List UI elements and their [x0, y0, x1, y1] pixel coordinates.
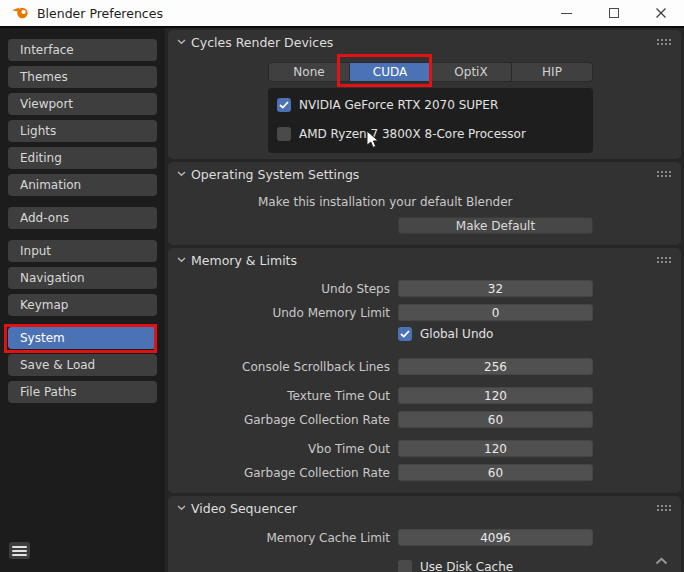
undo-memory-limit-row: Undo Memory Limit 0	[168, 304, 681, 321]
device-label: AMD Ryzen 7 3800X 8-Core Processor	[299, 127, 526, 141]
panel-grip-icon[interactable]	[657, 257, 672, 264]
panel-grip-icon[interactable]	[657, 171, 672, 178]
global-undo-label: Global Undo	[420, 327, 493, 341]
maximize-icon	[609, 8, 619, 18]
global-undo-row: Global Undo	[398, 326, 681, 341]
sidebar-item-system[interactable]: System	[8, 327, 157, 349]
close-icon	[655, 7, 667, 19]
sidebar-item-file-paths[interactable]: File Paths	[8, 381, 157, 403]
vbo-gc-rate-field[interactable]: 60	[398, 464, 593, 481]
maximize-button[interactable]	[590, 0, 637, 26]
global-undo-checkbox[interactable]	[398, 327, 412, 341]
sidebar-item-themes[interactable]: Themes	[8, 66, 157, 88]
section-os-settings: Operating System Settings Make this inst…	[168, 162, 681, 245]
panel-grip-icon[interactable]	[657, 39, 672, 46]
texture-gc-rate-row: Garbage Collection Rate 60	[168, 411, 681, 428]
device-row-nvidia: NVIDIA GeForce RTX 2070 SUPER	[277, 95, 584, 115]
default-blender-description: Make this installation your default Blen…	[258, 195, 681, 209]
console-scrollback-row: Console Scrollback Lines 256	[168, 358, 681, 375]
device-list: NVIDIA GeForce RTX 2070 SUPER AMD Ryzen …	[268, 88, 593, 153]
tab-cuda[interactable]: CUDA	[350, 63, 430, 81]
undo-steps-row: Undo Steps 32	[168, 280, 681, 297]
amd-device-checkbox[interactable]	[277, 127, 291, 141]
field-label: Undo Steps	[168, 282, 390, 296]
field-label: Texture Time Out	[168, 389, 390, 403]
sidebar-item-lights[interactable]: Lights	[8, 120, 157, 142]
undo-steps-field[interactable]: 32	[398, 280, 593, 297]
vbo-gc-rate-row: Garbage Collection Rate 60	[168, 464, 681, 481]
sidebar-item-input[interactable]: Input	[8, 240, 157, 262]
panel-grip-icon[interactable]	[657, 505, 672, 512]
titlebar: Blender Preferences	[0, 0, 684, 28]
sidebar-item-editing[interactable]: Editing	[8, 147, 157, 169]
device-label: NVIDIA GeForce RTX 2070 SUPER	[299, 98, 498, 112]
use-disk-cache-row: Use Disk Cache	[398, 559, 681, 572]
device-row-amd: AMD Ryzen 7 3800X 8-Core Processor	[277, 124, 584, 144]
minimize-icon	[561, 13, 572, 14]
texture-timeout-row: Texture Time Out 120	[168, 387, 681, 404]
window-controls	[543, 0, 684, 26]
sidebar-item-addons[interactable]: Add-ons	[8, 207, 157, 229]
section-cycles-render-devices: Cycles Render Devices None CUDA OptiX HI…	[168, 30, 681, 159]
check-icon	[400, 330, 410, 338]
make-default-button[interactable]: Make Default	[398, 217, 593, 234]
os-section-header[interactable]: Operating System Settings	[168, 162, 681, 186]
memory-cache-limit-field[interactable]: 4096	[398, 529, 593, 546]
blender-logo-icon	[11, 4, 29, 23]
sidebar-item-viewport[interactable]: Viewport	[8, 93, 157, 115]
preferences-menu-button[interactable]	[9, 542, 30, 559]
sidebar-item-animation[interactable]: Animation	[8, 174, 157, 196]
sidebar: Interface Themes Viewport Lights Editing…	[0, 28, 165, 572]
texture-gc-rate-field[interactable]: 60	[398, 411, 593, 428]
nvidia-device-checkbox[interactable]	[277, 98, 291, 112]
check-icon	[279, 101, 289, 109]
close-button[interactable]	[637, 0, 684, 26]
sidebar-item-interface[interactable]: Interface	[8, 39, 157, 61]
vbo-timeout-row: Vbo Time Out 120	[168, 440, 681, 457]
scroll-up-icon[interactable]	[655, 550, 668, 569]
field-label: Memory Cache Limit	[168, 531, 390, 545]
field-label: Garbage Collection Rate	[168, 413, 390, 427]
chevron-down-icon	[177, 505, 191, 511]
window-title: Blender Preferences	[37, 6, 163, 21]
use-disk-cache-label: Use Disk Cache	[420, 560, 513, 572]
device-type-tabs: None CUDA OptiX HIP	[268, 62, 593, 82]
field-label: Console Scrollback Lines	[168, 360, 390, 374]
section-title: Memory & Limits	[191, 253, 297, 268]
vbo-timeout-field[interactable]: 120	[398, 440, 593, 457]
cycles-section-header[interactable]: Cycles Render Devices	[168, 30, 681, 54]
tab-optix[interactable]: OptiX	[431, 63, 511, 81]
video-section-header[interactable]: Video Sequencer	[168, 496, 681, 520]
tab-none[interactable]: None	[269, 63, 349, 81]
section-video-sequencer: Video Sequencer Memory Cache Limit 4096 …	[168, 496, 681, 572]
memory-cache-limit-row: Memory Cache Limit 4096	[168, 529, 681, 546]
section-title: Operating System Settings	[191, 167, 359, 182]
section-title: Cycles Render Devices	[191, 35, 333, 50]
chevron-down-icon	[177, 257, 191, 263]
sidebar-item-save-load[interactable]: Save & Load	[8, 354, 157, 376]
field-label: Garbage Collection Rate	[168, 466, 390, 480]
field-label: Undo Memory Limit	[168, 306, 390, 320]
field-label: Vbo Time Out	[168, 442, 390, 456]
use-disk-cache-checkbox[interactable]	[398, 560, 412, 572]
undo-memory-limit-field[interactable]: 0	[398, 304, 593, 321]
tab-hip[interactable]: HIP	[512, 63, 592, 81]
memory-section-header[interactable]: Memory & Limits	[168, 248, 681, 272]
blender-preferences-window: Blender Preferences Interface Themes Vie…	[0, 0, 684, 572]
chevron-down-icon	[177, 171, 191, 177]
content-area: Interface Themes Viewport Lights Editing…	[0, 28, 684, 572]
console-scrollback-field[interactable]: 256	[398, 358, 593, 375]
section-memory-limits: Memory & Limits Undo Steps 32 Undo Memor…	[168, 248, 681, 493]
sidebar-item-keymap[interactable]: Keymap	[8, 294, 157, 316]
section-title: Video Sequencer	[191, 501, 297, 516]
chevron-down-icon	[177, 39, 191, 45]
texture-timeout-field[interactable]: 120	[398, 387, 593, 404]
main-panel: Cycles Render Devices None CUDA OptiX HI…	[165, 28, 684, 572]
sidebar-item-navigation[interactable]: Navigation	[8, 267, 157, 289]
minimize-button[interactable]	[543, 0, 590, 26]
hamburger-icon	[12, 546, 27, 548]
